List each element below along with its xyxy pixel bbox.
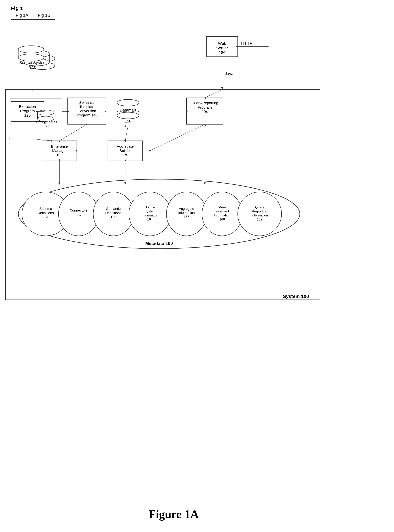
- svg-text:169: 169: [257, 217, 262, 221]
- svg-line-82: [125, 126, 128, 141]
- svg-text:Java: Java: [225, 71, 233, 76]
- svg-point-53: [117, 112, 139, 119]
- svg-text:Program: Program: [198, 105, 212, 109]
- svg-marker-91: [58, 182, 60, 185]
- svg-text:170: 170: [122, 153, 128, 157]
- svg-rect-61: [187, 98, 223, 124]
- svg-point-52: [117, 99, 139, 106]
- svg-text:Server: Server: [216, 46, 228, 50]
- tab-fig1b[interactable]: Fig 1B: [33, 11, 55, 20]
- svg-marker-69: [204, 98, 206, 99]
- svg-text:102: 102: [56, 153, 62, 157]
- svg-point-34: [37, 110, 54, 115]
- svg-text:Template: Template: [79, 105, 94, 109]
- svg-marker-88: [148, 150, 150, 152]
- svg-text:Schema: Schema: [39, 207, 52, 211]
- svg-line-68: [205, 90, 222, 98]
- svg-point-107: [93, 192, 134, 236]
- svg-point-116: [166, 192, 207, 236]
- svg-text:/Reporting: /Reporting: [252, 210, 267, 213]
- svg-text:Information: Information: [251, 213, 268, 217]
- tab-fig1a[interactable]: Fig 1A: [11, 11, 33, 20]
- svg-marker-15: [32, 89, 34, 91]
- svg-text:Program 140: Program 140: [76, 113, 98, 117]
- svg-marker-84: [124, 125, 126, 127]
- svg-line-80: [59, 124, 87, 141]
- svg-point-5: [24, 58, 49, 66]
- svg-text:System: System: [145, 210, 156, 213]
- svg-text:Source: Source: [145, 206, 155, 209]
- svg-text:162: 162: [76, 213, 82, 217]
- svg-text:163: 163: [110, 215, 116, 219]
- svg-text:Manager: Manager: [52, 149, 67, 153]
- svg-point-125: [238, 192, 282, 236]
- fig-label: Fig 1: [11, 5, 23, 11]
- svg-marker-97: [204, 182, 206, 185]
- svg-text:HTTP: HTTP: [241, 41, 253, 46]
- svg-text:Mea-: Mea-: [218, 206, 226, 209]
- svg-marker-66: [186, 110, 188, 112]
- svg-text:Definitions: Definitions: [38, 211, 54, 215]
- svg-text:104: 104: [202, 110, 208, 114]
- svg-text:Aggregate: Aggregate: [179, 207, 194, 211]
- svg-text:Datamart: Datamart: [120, 108, 136, 113]
- svg-rect-27: [5, 90, 320, 300]
- svg-marker-95: [124, 159, 126, 161]
- svg-rect-70: [42, 141, 77, 161]
- svg-point-104: [58, 192, 99, 236]
- svg-text:Definitions: Definitions: [105, 211, 122, 215]
- svg-rect-76: [108, 141, 143, 161]
- svg-point-9: [18, 54, 44, 61]
- svg-point-98: [18, 179, 300, 249]
- svg-text:Builder: Builder: [119, 149, 131, 153]
- svg-line-74: [36, 139, 51, 141]
- svg-text:161: 161: [43, 215, 49, 219]
- svg-text:surement: surement: [215, 210, 229, 213]
- svg-marker-60: [104, 110, 106, 112]
- svg-point-100: [22, 192, 69, 236]
- svg-text:Staging Tables: Staging Tables: [34, 120, 57, 124]
- svg-marker-51: [67, 111, 69, 113]
- svg-point-111: [129, 192, 171, 236]
- fig-tabs: Fig 1A Fig 1B: [11, 11, 55, 20]
- svg-text:Conversion: Conversion: [78, 109, 96, 113]
- svg-text:Web: Web: [218, 41, 226, 46]
- svg-text:120: 120: [24, 113, 31, 117]
- svg-point-120: [202, 192, 242, 236]
- svg-marker-21: [236, 46, 238, 47]
- svg-marker-75: [51, 140, 53, 142]
- svg-marker-22: [267, 46, 269, 47]
- page: Fig 1 Fig 1A Fig 1B Source System 110 We…: [0, 0, 347, 532]
- svg-text:Semantic: Semantic: [106, 207, 120, 211]
- svg-text:167: 167: [184, 215, 189, 219]
- svg-text:110: 110: [30, 65, 36, 70]
- svg-text:Information: Information: [178, 211, 195, 215]
- svg-marker-81: [59, 140, 61, 142]
- page-border: [347, 0, 347, 532]
- svg-rect-16: [207, 36, 238, 57]
- diagram-arrows: Source System 110 Web Server 186 HTTP Ja…: [0, 0, 347, 532]
- svg-point-35: [37, 116, 54, 121]
- svg-point-1: [29, 62, 55, 69]
- svg-marker-67: [137, 110, 139, 112]
- svg-rect-30: [11, 102, 44, 122]
- svg-rect-45: [68, 98, 106, 124]
- svg-text:Extraction: Extraction: [19, 104, 36, 108]
- svg-rect-29: [9, 99, 62, 139]
- svg-marker-92: [58, 159, 60, 161]
- svg-text:Enterprise: Enterprise: [51, 145, 68, 149]
- svg-marker-44: [43, 110, 46, 112]
- svg-text:Aggregate: Aggregate: [117, 145, 134, 149]
- svg-point-0: [29, 55, 55, 62]
- svg-text:130: 130: [43, 124, 49, 128]
- figure-caption: Figure 1A: [149, 507, 199, 521]
- svg-text:Program: Program: [20, 109, 35, 113]
- svg-text:Metadata 160: Metadata 160: [145, 241, 173, 246]
- svg-marker-94: [124, 182, 126, 185]
- svg-line-87: [150, 124, 205, 151]
- svg-point-8: [18, 46, 44, 53]
- svg-text:System 100: System 100: [283, 294, 309, 299]
- svg-text:Information: Information: [214, 213, 230, 217]
- svg-text:Connectors: Connectors: [70, 208, 87, 212]
- svg-text:186: 186: [219, 50, 226, 55]
